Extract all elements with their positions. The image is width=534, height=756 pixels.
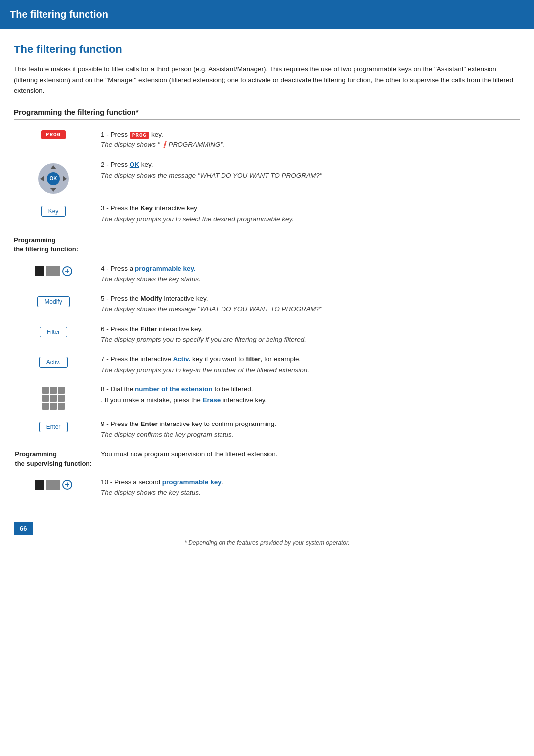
step-row-4: + 4 - Press a programmable key. The disp… <box>14 263 520 284</box>
nav-arrow-down-icon <box>50 188 56 192</box>
step-right-6: 6 - Press the Filter interactive key. Th… <box>93 324 520 345</box>
step-right-4: 4 - Press a programmable key. The displa… <box>93 263 520 284</box>
keypad-key-2 <box>50 387 57 394</box>
step-3-italic: The display prompts you to select the de… <box>101 215 294 223</box>
filter-label-bold: Filter <box>140 325 157 332</box>
filter-btn: Filter <box>40 327 68 337</box>
keypad-icon <box>42 387 65 410</box>
step-9-italic: The display confirms the key program sta… <box>101 431 234 438</box>
step-7-italic: The display prompts you to key-in the nu… <box>101 366 309 374</box>
step-left-2: OK <box>14 159 93 194</box>
step-right-7: 7 - Press the interactive Activ. key if … <box>93 354 520 375</box>
step-left-1: PROG <box>14 129 93 139</box>
keypad-key-1 <box>42 387 49 394</box>
steps-container: PROG 1 - Press PROG key. The display sho… <box>14 129 520 507</box>
line-key-icon-10 <box>46 480 60 490</box>
step-left-9: Enter <box>14 419 93 432</box>
step-left-3: Key <box>14 203 93 217</box>
step-left-10: + <box>14 477 93 490</box>
keypad-key-9 <box>58 403 65 410</box>
step-5-italic: The display shows the message "WHAT DO Y… <box>101 305 322 313</box>
step-row-8: 8 - Dial the number of the extension to … <box>14 384 520 410</box>
step-1-text: 1 - Press PROG key. <box>101 131 163 138</box>
prog-supervising-row: Programming the supervising function: Yo… <box>14 449 520 468</box>
modify-btn: Modify <box>37 296 69 307</box>
activ-label-blue: Activ. <box>173 355 191 363</box>
step-row-9: Enter 9 - Press the Enter interactive ke… <box>14 419 520 440</box>
page-title: The filtering function <box>14 43 520 56</box>
step-left-7: Activ. <box>14 354 93 368</box>
step-left-6: Filter <box>14 324 93 337</box>
prog-supervising-label-col: Programming the supervising function: <box>14 449 93 468</box>
step-7-text: 7 - Press the interactive Activ. key if … <box>101 355 301 363</box>
prog-filter-label-line2: the filtering function: <box>14 245 78 253</box>
keypad-key-3 <box>58 387 65 394</box>
plus-circle-icon-10: + <box>62 480 72 490</box>
step-right-10: 10 - Press a second programmable key. Th… <box>93 477 520 498</box>
main-content: The filtering function This feature make… <box>0 29 534 566</box>
nav-arrow-left-icon <box>40 176 44 182</box>
step-8-text: 8 - Dial the number of the extension to … <box>101 385 267 404</box>
key-label-bold: Key <box>140 204 153 212</box>
step-2-italic: The display shows the message "WHAT DO Y… <box>101 172 322 179</box>
activ-btn: Activ. <box>39 357 68 368</box>
enter-label-bold: Enter <box>140 420 158 427</box>
prog-filter-label-row: Programming the filtering function: <box>14 233 520 254</box>
step-3-text: 3 - Press the Key interactive key <box>101 204 197 212</box>
step-10-text: 10 - Press a second programmable key. <box>101 478 223 486</box>
step-4-text: 4 - Press a programmable key. <box>101 265 196 272</box>
step-row-6: Filter 6 - Press the Filter interactive … <box>14 324 520 345</box>
nav-arrow-right-icon <box>63 176 67 182</box>
prog-filter-label: Programming the filtering function: <box>14 236 93 254</box>
step-right-supervising: You must now program supervision of the … <box>93 449 520 460</box>
page-number-bar: 66 * Depending on the features provided … <box>14 522 520 546</box>
prog-key-icon-10: + <box>35 480 72 490</box>
nav-arrow-up-icon <box>50 165 56 169</box>
step-right-1: 1 - Press PROG key. The display shows "❗… <box>93 129 520 150</box>
step-row-1: PROG 1 - Press PROG key. The display sho… <box>14 129 520 150</box>
prog-button-icon: PROG <box>41 130 66 139</box>
filter-word-bold: filter <box>246 355 260 363</box>
ok-nav-ring: OK <box>38 163 69 194</box>
plus-circle-icon: + <box>62 266 72 276</box>
footnote: * Depending on the features provided by … <box>14 539 520 546</box>
keypad-key-6 <box>58 395 65 402</box>
nav-ring-inner: OK <box>38 163 69 194</box>
step-row-2: OK 2 - Press OK key. The display shows t… <box>14 159 520 194</box>
step-row-3: Key 3 - Press the Key interactive key Th… <box>14 203 520 224</box>
prog-key-inline: PROG <box>130 132 149 139</box>
ok-center-btn: OK <box>47 172 60 185</box>
prog-key-icon: + <box>35 266 72 276</box>
modify-label-bold: Modify <box>140 295 162 302</box>
step-10-italic: The display shows the key status. <box>101 489 201 496</box>
step-left-8 <box>14 384 93 410</box>
step-right-5: 5 - Press the Modify interactive key. Th… <box>93 293 520 315</box>
header-title: The filtering function <box>10 9 524 20</box>
header-bar: The filtering function <box>0 0 534 29</box>
step-6-italic: The display prompts you to specify if yo… <box>101 336 306 343</box>
prog-filter-label-left: Programming the filtering function: <box>14 233 93 254</box>
intro-text: This feature makes it possible to filter… <box>14 64 520 96</box>
page-number: 66 <box>14 522 33 535</box>
step-5-text: 5 - Press the Modify interactive key. <box>101 295 208 302</box>
step-1-italic: The display shows "❗PROGRAMMING". <box>101 141 224 148</box>
enter-btn: Enter <box>39 422 68 432</box>
step-2-text: 2 - Press OK key. <box>101 161 153 168</box>
step-row-7: Activ. 7 - Press the interactive Activ. … <box>14 354 520 375</box>
section-heading: Programming the filtering function* <box>14 108 520 120</box>
step-6-text: 6 - Press the Filter interactive key. <box>101 325 203 332</box>
step-right-8: 8 - Dial the number of the extension to … <box>93 384 520 405</box>
step-row-10: + 10 - Press a second programmable key. … <box>14 477 520 498</box>
keypad-key-5 <box>50 395 57 402</box>
step-left-4: + <box>14 263 93 276</box>
black-square-icon-10 <box>35 480 44 490</box>
programmable-key-label-4: programmable key. <box>135 265 196 272</box>
keypad-key-8 <box>50 403 57 410</box>
step-right-3: 3 - Press the Key interactive key The di… <box>93 203 520 224</box>
prog-supervising-label: Programming the supervising function: <box>15 450 91 468</box>
step-4-italic: The display shows the key status. <box>101 275 201 283</box>
step-right-2: 2 - Press OK key. The display shows the … <box>93 159 520 181</box>
step-right-9: 9 - Press the Enter interactive key to c… <box>93 419 520 440</box>
supervising-text: You must now program supervision of the … <box>101 450 277 458</box>
step-9-text: 9 - Press the Enter interactive key to c… <box>101 420 276 427</box>
